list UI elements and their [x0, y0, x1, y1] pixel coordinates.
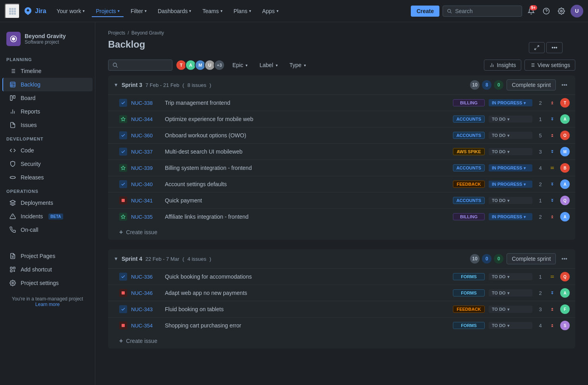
project-icon	[6, 32, 21, 46]
sprint-3-header[interactable]: ▼ Sprint 3 7 Feb - 21 Feb (8 issues) 10 …	[108, 75, 575, 94]
issue-status[interactable]: TO DO ▾	[489, 322, 532, 329]
sprint-4-header[interactable]: ▼ Sprint 4 22 Feb - 7 Mar (4 issues) 10 …	[108, 249, 575, 268]
issue-status[interactable]: TO DO ▾	[489, 306, 532, 313]
sidebar-item-backlog[interactable]: Backlog	[2, 78, 93, 91]
issue-row[interactable]: NUC-338 Trip management frontend BILLING…	[108, 94, 575, 111]
search-bar[interactable]	[443, 6, 522, 17]
sprint-3-complete-button[interactable]: Complete sprint	[507, 79, 556, 90]
issue-row[interactable]: NUC-340 Account settings defaults FEEDBA…	[108, 176, 575, 192]
sidebar-item-reports[interactable]: Reports	[2, 105, 93, 118]
type-filter-button[interactable]: Type ▾	[285, 60, 310, 71]
sidebar-item-code[interactable]: Code	[2, 144, 93, 157]
expand-button[interactable]	[529, 42, 545, 53]
avatar-filter-group[interactable]: T A M U +3	[176, 60, 225, 71]
insights-button[interactable]: Insights	[484, 60, 521, 71]
sidebar-project[interactable]: Beyond Gravity Software project	[0, 29, 95, 52]
view-settings-button[interactable]: View settings	[524, 60, 575, 71]
svg-marker-32	[10, 200, 15, 203]
avatar-filter-more[interactable]: +3	[214, 60, 225, 71]
issue-key: NUC-337	[131, 149, 161, 155]
sprint-4-create-issue[interactable]: + Create issue	[108, 333, 575, 348]
issue-status[interactable]: TO DO ▾	[489, 289, 532, 296]
deployments-icon	[9, 199, 17, 207]
sidebar-item-project-pages[interactable]: Project Pages	[2, 249, 93, 263]
sidebar-item-timeline[interactable]: Timeline	[2, 64, 93, 78]
settings-button[interactable]	[555, 5, 567, 17]
sidebar-item-project-settings[interactable]: Project settings	[2, 276, 93, 290]
sprint-4-collapse-icon[interactable]: ▼	[114, 256, 118, 262]
issues-icon	[9, 121, 17, 129]
issue-row[interactable]: NUC-335 Affiliate links integration - fr…	[108, 208, 575, 225]
issue-row[interactable]: NUC-354 Shopping cart purchasing error F…	[108, 317, 575, 333]
issue-row[interactable]: NUC-337 Multi-dest search UI mobileweb A…	[108, 143, 575, 160]
filter-bar: T A M U +3 Epic ▾ Label ▾ Type ▾	[95, 56, 588, 75]
issue-row[interactable]: NUC-341 Quick payment ACCOUNTS TO DO ▾ 1…	[108, 192, 575, 208]
search-input[interactable]	[455, 8, 518, 14]
issue-assignee-avatar: A	[560, 114, 570, 124]
nav-dashboards[interactable]: Dashboards▾	[154, 6, 195, 17]
svg-point-13	[561, 10, 563, 12]
issue-title: Account settings defaults	[165, 181, 449, 187]
nav-logo[interactable]: Jira	[23, 6, 46, 16]
issue-status[interactable]: TO DO ▾	[489, 148, 532, 155]
issue-title: Quick booking for accommodations	[165, 273, 449, 280]
issue-key: NUC-338	[131, 100, 161, 106]
backlog-search[interactable]	[108, 60, 172, 71]
issue-row[interactable]: NUC-346 Adapt web app no new payments FO…	[108, 285, 575, 301]
nav-apps[interactable]: Apps▾	[258, 6, 282, 17]
sprint-4-more-button[interactable]: •••	[559, 254, 570, 264]
bug-icon	[119, 289, 127, 297]
svg-line-43	[537, 46, 539, 47]
issue-status[interactable]: TO DO ▾	[489, 197, 532, 204]
sprint-3-more-button[interactable]: •••	[559, 80, 570, 90]
sprint-4-issues-list: NUC-336 Quick booking for accommodations…	[108, 268, 575, 333]
issue-points: 4	[536, 323, 544, 329]
sidebar-item-issues[interactable]: Issues	[2, 118, 93, 132]
grid-menu-button[interactable]	[5, 4, 20, 19]
epic-filter-button[interactable]: Epic ▾	[228, 60, 252, 71]
issue-row[interactable]: NUC-343 Fluid booking on tablets FEEDBAC…	[108, 301, 575, 317]
sidebar-item-security[interactable]: Security	[2, 157, 93, 171]
label-filter-button[interactable]: Label ▾	[255, 60, 282, 71]
sidebar-item-board[interactable]: Board	[2, 91, 93, 105]
issue-row[interactable]: NUC-339 Billing system integration - fro…	[108, 160, 575, 176]
sidebar-item-releases[interactable]: Releases	[2, 171, 93, 184]
issue-row[interactable]: NUC-360 Onboard workout options (OWO) AC…	[108, 127, 575, 143]
incidents-icon	[9, 212, 17, 220]
sprint-4-complete-button[interactable]: Complete sprint	[507, 253, 556, 264]
help-icon	[543, 8, 550, 15]
sidebar-item-on-call[interactable]: On-call	[2, 223, 93, 237]
sprint-4-section: ▼ Sprint 4 22 Feb - 7 Mar (4 issues) 10 …	[108, 249, 575, 348]
issue-status[interactable]: IN PROGRESS ▾	[489, 164, 532, 171]
issue-status[interactable]: TO DO ▾	[489, 273, 532, 280]
nav-your-work[interactable]: Your work▾	[52, 6, 89, 17]
nav-plans[interactable]: Plans▾	[230, 6, 255, 17]
sprint-3-create-issue[interactable]: + Create issue	[108, 225, 575, 240]
sidebar-item-add-shortcut[interactable]: Add shortcut	[2, 263, 93, 276]
sprint-3-collapse-icon[interactable]: ▼	[114, 82, 118, 88]
issue-status[interactable]: IN PROGRESS ▾	[489, 99, 532, 106]
notifications-button[interactable]: 9+	[525, 5, 537, 17]
nav-projects[interactable]: Projects▾	[92, 6, 124, 17]
issue-status[interactable]: IN PROGRESS ▾	[489, 213, 532, 220]
search-icon	[447, 8, 452, 14]
issue-title: Trip management frontend	[165, 100, 449, 106]
backlog-search-input[interactable]	[120, 62, 168, 68]
issue-title: Shopping cart purchasing error	[165, 322, 449, 329]
issue-row[interactable]: NUC-336 Quick booking for accommodations…	[108, 268, 575, 285]
issue-tag: AWS SPIKE	[453, 148, 485, 155]
user-avatar[interactable]: U	[571, 5, 583, 17]
issue-row[interactable]: NUC-344 Optimize experience for mobile w…	[108, 111, 575, 127]
issue-status[interactable]: TO DO ▾	[489, 132, 532, 139]
issue-assignee-avatar: B	[560, 163, 570, 173]
sidebar-item-deployments[interactable]: Deployments	[2, 196, 93, 210]
sidebar-item-incidents[interactable]: Incidents BETA	[2, 210, 93, 223]
nav-teams[interactable]: Teams▾	[198, 6, 226, 17]
svg-rect-26	[10, 96, 12, 100]
nav-filter[interactable]: Filter▾	[127, 6, 151, 17]
issue-status[interactable]: IN PROGRESS ▾	[489, 181, 532, 188]
more-options-button[interactable]: •••	[546, 42, 563, 53]
create-button[interactable]: Create	[411, 6, 439, 17]
issue-status[interactable]: TO DO ▾	[489, 116, 532, 123]
help-button[interactable]	[540, 5, 552, 17]
